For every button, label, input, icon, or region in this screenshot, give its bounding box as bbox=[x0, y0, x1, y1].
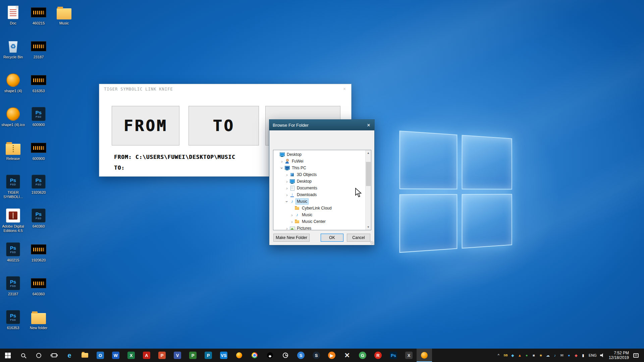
qq-icon[interactable] bbox=[262, 349, 278, 362]
tray-app-1-icon[interactable]: ◆ bbox=[509, 349, 516, 362]
chevron-collapsed-icon[interactable] bbox=[284, 186, 289, 191]
chevron-collapsed-icon[interactable] bbox=[284, 179, 289, 184]
desktop-icon-600900[interactable]: 600900 bbox=[25, 138, 52, 172]
green-app-icon[interactable]: G bbox=[355, 349, 370, 362]
tree-item-music[interactable]: Music bbox=[273, 212, 365, 218]
desktop-icon-616353[interactable]: 616353 bbox=[25, 70, 52, 104]
excel-icon[interactable]: X bbox=[123, 349, 139, 362]
desktop-icon-doc[interactable]: Doc bbox=[0, 3, 26, 37]
desktop-icon-1920620[interactable]: 1920620 bbox=[25, 240, 52, 274]
window-close-icon[interactable]: ✕ bbox=[341, 86, 348, 91]
tiger-app-icon[interactable] bbox=[417, 349, 432, 362]
tree-item-pictures[interactable]: Pictures bbox=[273, 225, 365, 230]
taskbar-clock[interactable]: 7:52 PM 12/18/2019 bbox=[606, 351, 632, 360]
desktop-icon-460215[interactable]: 460215 bbox=[25, 3, 52, 37]
messaging-app-icon[interactable]: S bbox=[293, 349, 309, 362]
tree-item-cyberlink-cloud[interactable]: CyberLink Cloud bbox=[273, 205, 365, 212]
tree-item-documents[interactable]: Documents bbox=[273, 185, 365, 191]
desktop-icon-release[interactable]: Release bbox=[0, 138, 26, 172]
battery-icon[interactable]: ▮ bbox=[580, 349, 587, 362]
powerpoint-icon[interactable]: P bbox=[154, 349, 170, 362]
tree-item-3d-objects[interactable]: 3D Objects bbox=[273, 171, 365, 178]
chevron-collapsed-icon[interactable] bbox=[284, 172, 289, 177]
firefox-icon[interactable] bbox=[231, 349, 247, 362]
tray-app-3-icon[interactable]: ● bbox=[523, 349, 530, 362]
file-explorer-icon[interactable] bbox=[77, 349, 93, 362]
vscode-icon[interactable]: VS bbox=[216, 349, 231, 362]
desktop-icon-23187[interactable]: 23187 bbox=[25, 37, 52, 70]
dialog-title-bar[interactable]: Browse For Folder ✕ bbox=[269, 120, 374, 130]
tray-expand-icon[interactable]: ^ bbox=[495, 349, 502, 362]
chevron-expanded-icon[interactable] bbox=[279, 166, 284, 171]
tree-item-music-center[interactable]: Music Center bbox=[273, 218, 365, 225]
steam-icon[interactable]: S bbox=[309, 349, 324, 362]
search-button[interactable] bbox=[15, 349, 31, 362]
desktop-icon-recycle-bin[interactable]: Recycle Bin bbox=[0, 37, 26, 70]
chevron-collapsed-icon[interactable] bbox=[289, 219, 294, 224]
language-indicator[interactable]: ENG bbox=[587, 353, 599, 357]
sandboxie-tray-icon[interactable]: SB bbox=[502, 349, 509, 362]
start-button[interactable] bbox=[0, 349, 15, 362]
from-button[interactable]: FROM bbox=[112, 106, 179, 145]
chevron-expanded-icon[interactable] bbox=[284, 199, 289, 204]
x-app-icon[interactable]: ✕ bbox=[339, 349, 355, 362]
cancel-button[interactable]: Cancel bbox=[347, 234, 370, 242]
cortana-button[interactable] bbox=[31, 349, 46, 362]
publisher-icon[interactable]: P bbox=[201, 349, 216, 362]
desktop-icon-616353[interactable]: PsPSD616353 bbox=[0, 307, 26, 341]
resize-grip[interactable] bbox=[370, 241, 374, 244]
scrollbar-thumb[interactable] bbox=[366, 162, 371, 186]
volume-icon[interactable] bbox=[600, 353, 604, 357]
tree-item-music[interactable]: Music bbox=[273, 198, 365, 205]
tray-app-5-icon[interactable]: ★ bbox=[537, 349, 544, 362]
action-center-icon[interactable] bbox=[633, 353, 639, 358]
x2-app-icon[interactable]: X bbox=[401, 349, 417, 362]
media-player-icon[interactable]: ▶ bbox=[324, 349, 339, 362]
desktop-icon-shape1-4-ico[interactable]: shape1 (4).ico bbox=[0, 104, 26, 138]
project-icon[interactable]: P bbox=[185, 349, 201, 362]
desktop-icon-23187[interactable]: PsPSD23187 bbox=[0, 274, 26, 307]
tree-item-desktop[interactable]: Desktop bbox=[273, 151, 365, 158]
desktop-icon-460215[interactable]: PsPSD460215 bbox=[0, 240, 26, 274]
dialog-close-icon[interactable]: ✕ bbox=[363, 120, 374, 130]
chevron-collapsed-icon[interactable] bbox=[284, 226, 289, 231]
desktop-icon-600900[interactable]: PsPSD600900 bbox=[25, 104, 52, 138]
tray-app-4-icon[interactable]: ■ bbox=[530, 349, 537, 362]
tray-app-7-icon[interactable]: ♪ bbox=[551, 349, 558, 362]
desktop-icon-music[interactable]: Music bbox=[51, 3, 77, 37]
desktop-icon-1920620[interactable]: PsPSD1920620 bbox=[25, 172, 52, 206]
make-new-folder-button[interactable]: Make New Folder bbox=[273, 234, 310, 242]
to-button[interactable]: TO bbox=[189, 106, 259, 145]
chevron-collapsed-icon[interactable] bbox=[284, 192, 289, 197]
desktop-icon-new-folder[interactable]: New folder bbox=[25, 307, 52, 341]
visio-icon[interactable]: V bbox=[170, 349, 185, 362]
desktop-icon-adobe-digital-editions-4-5[interactable]: Adobe Digital Editions 4.5 bbox=[0, 206, 26, 240]
desktop-icon-640360[interactable]: 640360 bbox=[25, 274, 52, 307]
tray-app-10-icon[interactable]: ◆ bbox=[573, 349, 580, 362]
scrollbar-track[interactable] bbox=[366, 156, 371, 224]
chevron-collapsed-icon[interactable] bbox=[289, 213, 294, 218]
tray-app-8-icon[interactable]: ✉ bbox=[558, 349, 566, 362]
outlook-icon[interactable]: O bbox=[93, 349, 108, 362]
clock-app-icon[interactable] bbox=[278, 349, 293, 362]
task-view-button[interactable] bbox=[46, 349, 62, 362]
desktop-icon-tiger-symboli[interactable]: PsPSDTIGER SYMBOLI... bbox=[0, 172, 26, 206]
browser-icon[interactable] bbox=[247, 349, 262, 362]
tree-item-fuwei[interactable]: FuWei bbox=[273, 158, 365, 165]
tree-item-desktop[interactable]: Desktop bbox=[273, 178, 365, 185]
scroll-up-icon[interactable]: ▲ bbox=[366, 150, 371, 156]
chevron-collapsed-icon[interactable] bbox=[279, 159, 284, 164]
photoshop-icon[interactable]: Ps bbox=[386, 349, 401, 362]
tree-item-this-pc[interactable]: This PC bbox=[273, 165, 365, 171]
ok-button[interactable]: OK bbox=[321, 234, 343, 242]
tray-app-9-icon[interactable]: ● bbox=[566, 349, 573, 362]
word-icon[interactable]: W bbox=[108, 349, 123, 362]
scroll-down-icon[interactable]: ▼ bbox=[366, 224, 371, 230]
tray-app-2-icon[interactable]: ▲ bbox=[516, 349, 523, 362]
desktop-icon-640360[interactable]: PsPSD640360 bbox=[25, 206, 52, 240]
tree-item-downloads[interactable]: Downloads bbox=[273, 191, 365, 198]
acrobat-icon[interactable]: A bbox=[139, 349, 154, 362]
tray-app-6-icon[interactable]: ☁ bbox=[544, 349, 551, 362]
tree-scrollbar[interactable]: ▲ ▼ bbox=[365, 150, 371, 230]
edge-icon[interactable]: e bbox=[62, 349, 77, 362]
